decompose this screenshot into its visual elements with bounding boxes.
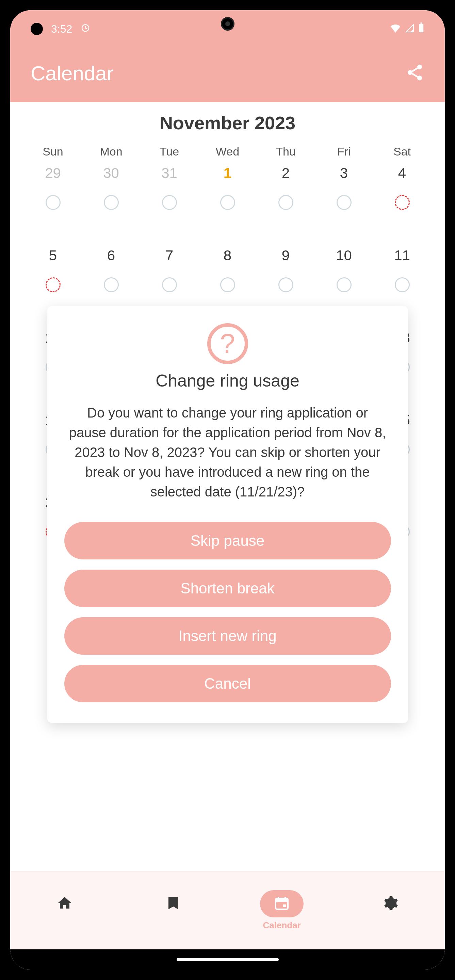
date-cell[interactable]: 4 — [373, 165, 431, 181]
weekday-label: Wed — [199, 145, 256, 158]
ring-icon[interactable] — [104, 277, 119, 292]
ring-icon[interactable] — [395, 277, 410, 292]
timer-icon — [80, 22, 91, 35]
date-cell[interactable]: 30 — [82, 165, 140, 181]
date-cell[interactable]: 3 — [315, 165, 373, 181]
ring-icon[interactable] — [278, 195, 293, 210]
nav-settings[interactable]: Settings — [373, 895, 408, 926]
ring-dashed-icon[interactable] — [395, 195, 410, 210]
ring-row — [24, 195, 431, 210]
insert-new-ring-button[interactable]: Insert new ring — [64, 617, 391, 655]
ring-icon[interactable] — [104, 195, 119, 210]
device-frame: 3:52 Calendar — [0, 0, 455, 980]
date-cell[interactable]: 31 — [140, 165, 199, 181]
ring-dashed-icon[interactable] — [46, 277, 60, 292]
ring-icon[interactable] — [220, 277, 235, 292]
date-cell[interactable]: 1 — [199, 165, 256, 181]
cellular-icon — [405, 23, 415, 35]
camera-cutout — [221, 17, 234, 30]
wifi-icon — [390, 23, 401, 35]
bookmark-icon — [165, 895, 181, 913]
bottom-nav: Home Log Calendar Settings — [10, 871, 445, 950]
date-cell[interactable]: 6 — [82, 247, 140, 264]
clock-time: 3:52 — [51, 23, 72, 35]
weekday-label: Thu — [256, 145, 315, 158]
gesture-bar-area — [10, 950, 445, 970]
status-dot-icon — [31, 23, 43, 35]
svg-rect-1 — [419, 24, 424, 32]
date-cell[interactable]: 5 — [24, 247, 82, 264]
skip-pause-button[interactable]: Skip pause — [64, 522, 391, 559]
calendar-icon — [260, 890, 304, 917]
share-button[interactable] — [405, 63, 424, 83]
gear-icon — [382, 895, 399, 913]
ring-icon[interactable] — [278, 277, 293, 292]
date-cell[interactable]: 2 — [256, 165, 315, 181]
ring-icon[interactable] — [162, 277, 177, 292]
weekday-label: Sun — [24, 145, 82, 158]
date-row: 567891011 — [24, 247, 431, 264]
weekday-label: Tue — [140, 145, 199, 158]
app-bar: Calendar — [10, 48, 445, 102]
question-glyph: ? — [220, 328, 235, 360]
ring-icon[interactable] — [162, 195, 177, 210]
calendar-view: November 2023 Sun Mon Tue Wed Thu Fri Sa… — [10, 102, 445, 871]
home-icon — [56, 895, 73, 913]
nav-home[interactable]: Home — [52, 895, 77, 926]
svg-point-3 — [417, 65, 422, 69]
screen: 3:52 Calendar — [10, 10, 445, 970]
ring-icon[interactable] — [46, 195, 60, 210]
app-bar-title: Calendar — [31, 62, 114, 85]
shorten-break-button[interactable]: Shorten break — [64, 570, 391, 607]
date-cell[interactable]: 7 — [140, 247, 199, 264]
svg-rect-8 — [283, 904, 286, 907]
svg-rect-7 — [276, 898, 288, 902]
date-cell[interactable]: 9 — [256, 247, 315, 264]
svg-point-5 — [417, 76, 422, 80]
nav-calendar[interactable]: Calendar — [260, 890, 304, 931]
ring-icon[interactable] — [337, 277, 352, 292]
date-cell[interactable]: 10 — [315, 247, 373, 264]
change-ring-usage-dialog: ? Change ring usage Do you want to chang… — [47, 306, 408, 723]
svg-rect-2 — [421, 22, 422, 24]
gesture-bar[interactable] — [177, 958, 279, 961]
dialog-title: Change ring usage — [64, 371, 391, 391]
ring-row — [24, 277, 431, 292]
date-cell[interactable]: 8 — [199, 247, 256, 264]
nav-log[interactable]: Log — [165, 895, 181, 926]
weekday-label: Mon — [82, 145, 140, 158]
weekday-header: Sun Mon Tue Wed Thu Fri Sat — [24, 145, 431, 158]
ring-icon[interactable] — [220, 195, 235, 210]
svg-point-4 — [408, 70, 412, 75]
weekday-label: Fri — [315, 145, 373, 158]
date-row: 2930311234 — [24, 165, 431, 181]
month-title: November 2023 — [24, 112, 431, 134]
battery-icon — [418, 22, 424, 35]
date-cell[interactable]: 11 — [373, 247, 431, 264]
date-cell[interactable]: 29 — [24, 165, 82, 181]
dialog-body: Do you want to change your ring applicat… — [64, 403, 391, 501]
ring-icon[interactable] — [337, 195, 352, 210]
nav-label: Calendar — [263, 920, 301, 931]
cancel-button[interactable]: Cancel — [64, 665, 391, 702]
question-icon: ? — [207, 323, 248, 364]
weekday-label: Sat — [373, 145, 431, 158]
